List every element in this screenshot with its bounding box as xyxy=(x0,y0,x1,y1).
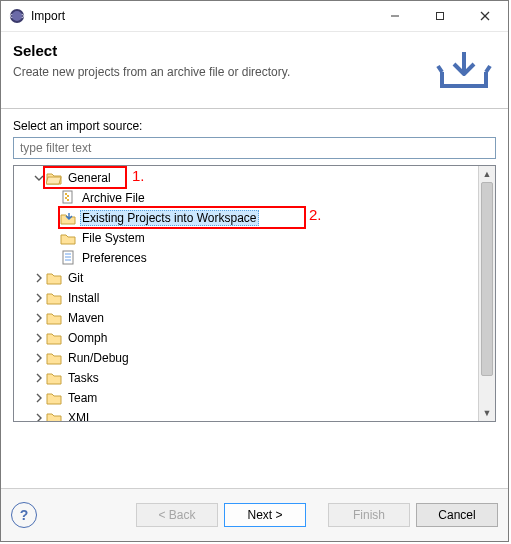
eclipse-icon xyxy=(9,8,25,24)
tree-item-oomph[interactable]: Oomph xyxy=(18,328,478,348)
tree-item-label: File System xyxy=(80,230,147,246)
folder-import-icon xyxy=(60,210,76,226)
tree-item-label: Run/Debug xyxy=(66,350,131,366)
scroll-up-icon[interactable]: ▲ xyxy=(479,166,495,182)
svg-point-2 xyxy=(12,11,22,21)
window-title: Import xyxy=(31,9,372,23)
tree-item-label: XML xyxy=(66,410,95,421)
tree-item-label: Git xyxy=(66,270,85,286)
tree-item-install[interactable]: Install xyxy=(18,288,478,308)
folder-icon xyxy=(46,290,62,306)
folder-open-icon xyxy=(46,170,62,186)
minimize-button[interactable] xyxy=(372,1,417,31)
chevron-right-icon[interactable] xyxy=(32,368,46,388)
chevron-right-icon[interactable] xyxy=(32,408,46,421)
tree-item-label: Oomph xyxy=(66,330,109,346)
next-button[interactable]: Next > xyxy=(224,503,306,527)
archive-file-icon xyxy=(60,190,76,206)
tree-item-tasks[interactable]: Tasks xyxy=(18,368,478,388)
tree-item-label: Team xyxy=(66,390,99,406)
tree-item-label: General xyxy=(66,170,113,186)
preferences-file-icon xyxy=(60,250,76,266)
body-spacer xyxy=(13,422,496,454)
svg-rect-9 xyxy=(67,195,69,197)
tree-item-label: Install xyxy=(66,290,101,306)
folder-icon xyxy=(46,270,62,286)
svg-rect-11 xyxy=(67,199,69,201)
folder-icon xyxy=(46,390,62,406)
wizard-body: Select an import source: 1. 2. xyxy=(1,109,508,458)
close-button[interactable] xyxy=(462,1,508,31)
chevron-right-icon[interactable] xyxy=(32,328,46,348)
tree-item-rundebug[interactable]: Run/Debug xyxy=(18,348,478,368)
folder-icon xyxy=(60,230,76,246)
page-description: Create new projects from an archive file… xyxy=(13,65,290,79)
tree-item-label: Maven xyxy=(66,310,106,326)
scroll-down-icon[interactable]: ▼ xyxy=(479,405,495,421)
page-title: Select xyxy=(13,42,290,59)
wizard-header: Select Create new projects from an archi… xyxy=(1,32,508,108)
tree-container: 1. 2. xyxy=(13,165,496,422)
folder-icon xyxy=(46,310,62,326)
wizard-footer: ? < Back Next > Finish Cancel xyxy=(1,489,508,541)
tree-item-xml[interactable]: XML xyxy=(18,408,478,421)
tree-item-existing-projects[interactable]: Existing Projects into Workspace xyxy=(18,208,478,228)
folder-icon xyxy=(46,350,62,366)
folder-icon xyxy=(46,330,62,346)
tree-item-preferences[interactable]: Preferences xyxy=(18,248,478,268)
svg-rect-4 xyxy=(436,13,443,20)
svg-rect-10 xyxy=(65,197,67,199)
help-button[interactable]: ? xyxy=(11,502,37,528)
scroll-thumb[interactable] xyxy=(481,182,493,376)
titlebar: Import xyxy=(1,1,508,32)
filter-input[interactable] xyxy=(13,137,496,159)
folder-icon xyxy=(46,410,62,421)
scroll-track[interactable] xyxy=(479,182,495,405)
tree-item-label: Tasks xyxy=(66,370,101,386)
chevron-right-icon[interactable] xyxy=(32,308,46,328)
cancel-button[interactable]: Cancel xyxy=(416,503,498,527)
maximize-button[interactable] xyxy=(417,1,462,31)
finish-button[interactable]: Finish xyxy=(328,503,410,527)
chevron-down-icon[interactable] xyxy=(32,168,46,188)
tree-item-file-system[interactable]: File System xyxy=(18,228,478,248)
chevron-right-icon[interactable] xyxy=(32,348,46,368)
import-source-tree[interactable]: 1. 2. xyxy=(14,166,478,421)
tree-item-archive-file[interactable]: Archive File xyxy=(18,188,478,208)
tree-item-team[interactable]: Team xyxy=(18,388,478,408)
import-wizard-window: Import Select Create new projects from a… xyxy=(0,0,509,542)
tree-scrollbar[interactable]: ▲ ▼ xyxy=(478,166,495,421)
tree-item-label: Archive File xyxy=(80,190,147,206)
source-label: Select an import source: xyxy=(13,119,496,133)
tree-item-git[interactable]: Git xyxy=(18,268,478,288)
import-banner-icon xyxy=(436,50,492,96)
window-controls xyxy=(372,1,508,31)
back-button[interactable]: < Back xyxy=(136,503,218,527)
svg-rect-8 xyxy=(65,193,67,195)
chevron-right-icon[interactable] xyxy=(32,288,46,308)
tree-item-maven[interactable]: Maven xyxy=(18,308,478,328)
tree-item-general[interactable]: General xyxy=(18,168,478,188)
folder-icon xyxy=(46,370,62,386)
tree-item-label: Existing Projects into Workspace xyxy=(80,210,259,226)
chevron-right-icon[interactable] xyxy=(32,268,46,288)
tree-item-label: Preferences xyxy=(80,250,149,266)
chevron-right-icon[interactable] xyxy=(32,388,46,408)
